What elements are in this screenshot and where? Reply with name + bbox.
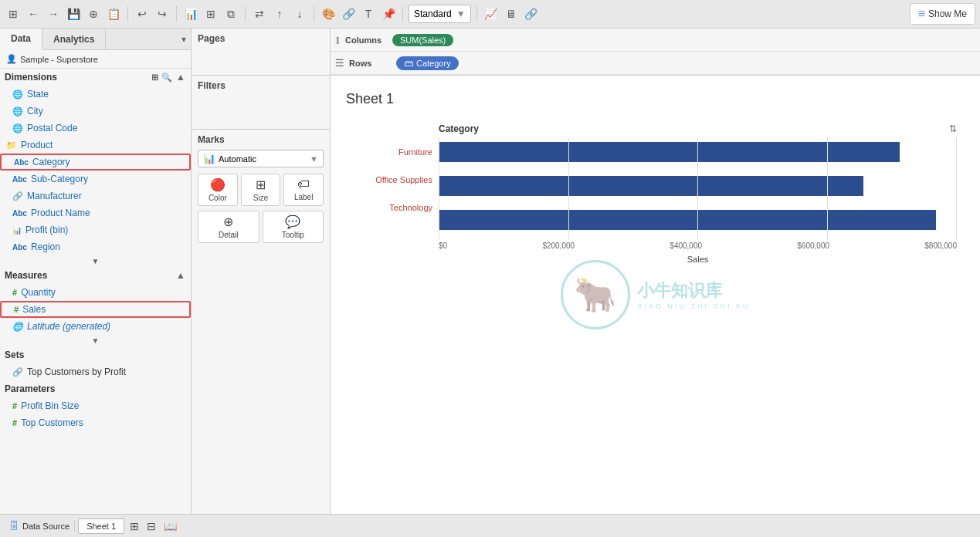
field-sales[interactable]: # Sales xyxy=(0,301,191,318)
link-icon[interactable]: 🔗 xyxy=(340,5,357,22)
filters-title: Filters xyxy=(198,80,324,91)
field-top-customers-param[interactable]: # Top Customers xyxy=(0,414,191,431)
field-region[interactable]: Abc Region xyxy=(0,238,191,255)
tab-analytics[interactable]: Analytics xyxy=(42,29,106,49)
save-icon[interactable]: 💾 xyxy=(65,5,82,22)
color-palette-icon[interactable]: 🎨 xyxy=(320,5,337,22)
add-sheet-icon[interactable]: ⊞ xyxy=(202,5,219,22)
forward-icon[interactable]: → xyxy=(45,5,62,22)
shelf-area: ⫿ Columns SUM(Sales) ☰ Rows 🗃 Category xyxy=(331,29,980,76)
measures-header: Measures ▲ xyxy=(0,267,191,284)
left-panel: Data Analytics ▾ 👤 Sample - Superstore D… xyxy=(0,29,192,514)
left-panel-menu[interactable]: ▾ xyxy=(177,34,191,45)
redo-icon[interactable]: ↪ xyxy=(154,5,171,22)
abc-icon: Abc xyxy=(12,243,27,252)
grid-view-icon[interactable]: ⊞ xyxy=(151,73,158,83)
show-me-label: Show Me xyxy=(928,8,967,19)
bottom-bar: 🗄 Data Source Sheet 1 ⊞ ⊟ 📖 xyxy=(0,514,980,537)
globe-icon: 🌐 xyxy=(12,322,23,332)
measures-scroll-down[interactable]: ▼ xyxy=(0,335,191,346)
chart-type-icon[interactable]: 📈 xyxy=(483,5,500,22)
standard-dropdown[interactable]: Standard ▼ xyxy=(409,5,471,23)
chart-icon[interactable]: 📊 xyxy=(182,5,199,22)
marks-label-btn[interactable]: 🏷 Label xyxy=(283,174,324,206)
field-latitude[interactable]: 🌐 Latitude (generated) xyxy=(0,318,191,335)
marks-color-btn[interactable]: 🔴 Color xyxy=(198,174,238,206)
rows-icon: ☰ xyxy=(335,57,344,69)
sep3 xyxy=(245,6,246,22)
back-icon[interactable]: ← xyxy=(25,5,42,22)
chart-area: Sheet 1 Furniture Office Supplies Techno… xyxy=(331,76,980,514)
field-product-name[interactable]: Abc Product Name xyxy=(0,204,191,221)
x-tick-3: $600,000 xyxy=(797,241,829,250)
hash-icon: # xyxy=(12,401,17,410)
pages-title: Pages xyxy=(198,33,324,44)
present-icon[interactable]: 🖥 xyxy=(503,5,520,22)
tooltip-icon: 💬 xyxy=(285,214,300,229)
swap-icon[interactable]: ⇄ xyxy=(251,5,268,22)
dimensions-scroll-down[interactable]: ▼ xyxy=(0,255,191,267)
field-top-customers[interactable]: 🔗 Top Customers by Profit xyxy=(0,363,191,380)
sets-header: Sets xyxy=(0,346,191,363)
marks-detail-btn[interactable]: ⊕ Detail xyxy=(198,211,259,243)
pin-icon[interactable]: 📌 xyxy=(380,5,397,22)
sort-icon[interactable]: ⇅ xyxy=(949,123,957,134)
columns-shelf: ⫿ Columns SUM(Sales) xyxy=(331,29,980,52)
search-icon[interactable]: 🔍 xyxy=(161,73,172,83)
duplicate-icon[interactable]: ⧉ xyxy=(222,5,239,22)
data-source-tab[interactable]: 🗄 Data Source xyxy=(5,520,75,532)
field-category[interactable]: Abc Category xyxy=(0,154,191,171)
field-quantity[interactable]: # Quantity xyxy=(0,284,191,301)
label-icon: 🏷 xyxy=(297,177,310,191)
show-me-button[interactable]: ≡ Show Me xyxy=(910,3,975,25)
add-story-icon[interactable]: 📖 xyxy=(161,520,179,532)
datasource-label: 👤 Sample - Superstore xyxy=(0,50,191,69)
field-state[interactable]: 🌐 State xyxy=(0,86,191,103)
field-manufacturer[interactable]: 🔗 Manufacturer xyxy=(0,187,191,204)
sep2 xyxy=(176,6,177,22)
sort-desc-icon[interactable]: ↓ xyxy=(291,5,308,22)
hash-icon: # xyxy=(14,305,19,314)
category-pill[interactable]: 🗃 Category xyxy=(396,56,459,70)
dimensions-header: Dimensions ⊞ 🔍 ▲ xyxy=(0,69,191,86)
dimensions-header-icons: ⊞ 🔍 ▲ xyxy=(151,72,186,83)
field-profit-bin[interactable]: 📊 Profit (bin) xyxy=(0,221,191,238)
sep1 xyxy=(127,6,128,22)
bar-technology xyxy=(439,210,936,230)
undo-icon[interactable]: ↩ xyxy=(134,5,151,22)
text-icon[interactable]: T xyxy=(360,5,377,22)
sheet1-tab[interactable]: Sheet 1 xyxy=(78,518,124,534)
marks-buttons-row2: ⊕ Detail 💬 Tooltip xyxy=(198,211,324,243)
set-icon: 🔗 xyxy=(12,367,23,377)
share-icon[interactable]: 🔗 xyxy=(523,5,540,22)
copy-icon[interactable]: 📋 xyxy=(105,5,122,22)
marks-size-btn[interactable]: ⊞ Size xyxy=(241,174,281,206)
abc-icon: Abc xyxy=(12,175,27,184)
field-subcategory[interactable]: Abc Sub-Category xyxy=(0,171,191,187)
size-icon: ⊞ xyxy=(256,177,266,192)
abc-icon: Abc xyxy=(12,209,27,218)
abc-icon: Abc xyxy=(14,158,29,167)
add-sheet-icon[interactable]: ⊞ xyxy=(127,520,141,532)
show-me-icon: ≡ xyxy=(918,7,925,21)
marks-tooltip-btn[interactable]: 💬 Tooltip xyxy=(263,211,324,243)
measures-scroll-up[interactable]: ▲ xyxy=(175,270,186,281)
add-dashboard-icon[interactable]: ⊟ xyxy=(144,520,158,532)
tab-data[interactable]: Data xyxy=(0,29,42,50)
sep5 xyxy=(402,6,403,22)
dimensions-scroll-up[interactable]: ▲ xyxy=(175,72,186,83)
field-postal-code[interactable]: 🌐 Postal Code xyxy=(0,120,191,137)
globe-icon: 🌐 xyxy=(12,90,23,100)
grid-icon[interactable]: ⊞ xyxy=(5,5,22,22)
marks-type-dropdown[interactable]: 📊 Automatic ▼ xyxy=(198,150,324,167)
bar-label-office: Office Supplies xyxy=(375,175,432,184)
filters-body xyxy=(198,94,324,117)
right-panel: ⫿ Columns SUM(Sales) ☰ Rows 🗃 Category S… xyxy=(331,29,980,514)
sum-sales-pill[interactable]: SUM(Sales) xyxy=(392,34,453,46)
new-datasource-icon[interactable]: ⊕ xyxy=(85,5,102,22)
field-product-group[interactable]: 📁 Product xyxy=(0,137,191,154)
field-city[interactable]: 🌐 City xyxy=(0,103,191,120)
field-profit-bin-size[interactable]: # Profit Bin Size xyxy=(0,397,191,414)
bar-office-supplies xyxy=(439,176,863,196)
sort-asc-icon[interactable]: ↑ xyxy=(271,5,288,22)
